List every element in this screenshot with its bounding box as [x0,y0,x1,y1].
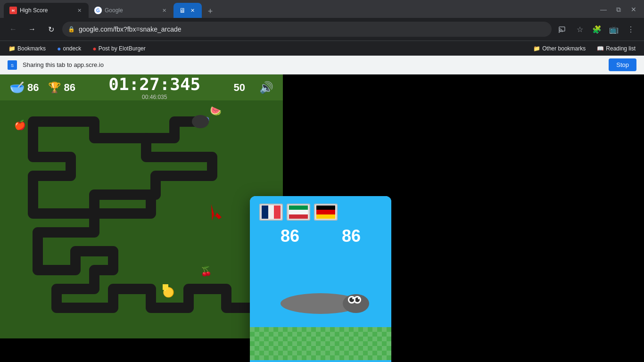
back-button[interactable]: ← [6,22,21,37]
svg-rect-17 [289,214,308,219]
bookmarks-folder[interactable]: 📁 Bookmarks [6,44,49,53]
level-value: 50 [234,82,245,93]
snake-game[interactable]: 🥣 86 🏆 86 01:27:345 00:46:035 50 [0,74,283,338]
score-value: 86 [27,82,39,94]
reading-list-label: Reading list [606,45,636,52]
sharing-bar: S Sharing this tab to app.scre.io Stop [0,56,644,74]
overlay-inner: 86 86 [250,196,391,362]
forward-button[interactable]: → [25,22,40,37]
address-text: google.com/fbx?fbx=snake_arcade [79,25,546,33]
snake-svg [0,100,283,338]
flag-1 [259,204,283,221]
svg-rect-15 [289,206,308,210]
tab-google[interactable]: G Google ✕ [89,3,173,18]
tab-highscore[interactable]: H High Score ✕ [4,3,89,18]
bookmarks-folder-label: Bookmarks [17,45,46,52]
svg-rect-16 [289,210,308,214]
address-input[interactable]: 🔒 google.com/fbx?fbx=snake_arcade [62,22,552,37]
game-overlay: 86 86 [250,196,391,362]
cast-tab-icon[interactable]: 📺 [606,22,621,37]
snake-preview-svg [269,278,372,329]
bookmarks-folder-icon: 📁 [8,45,16,52]
window-controls: — ⧉ ✕ [597,3,640,16]
svg-rect-21 [316,214,335,219]
tab-google-close[interactable]: ✕ [160,7,168,14]
svg-text:S: S [11,63,14,68]
ondeck-bookmark[interactable]: ● ondeck [54,44,84,53]
snake-preview [250,250,391,360]
screen-share-icon: 🖥 [179,7,186,14]
tab-screen-close[interactable]: ✕ [189,7,196,14]
maze-area: 🍎 🍒 🟡 🍉 🫐 [0,100,283,338]
tab-google-favicon: G [94,7,102,14]
minimize-button[interactable]: — [597,3,610,16]
extensions-icon[interactable]: 🧩 [589,22,604,37]
reload-button[interactable]: ↻ [43,22,58,37]
lock-icon: 🔒 [68,26,75,33]
current-score: 🥣 86 [9,80,39,95]
level-container: 50 [234,82,245,94]
address-actions: ☆ 🧩 📺 ⋮ [555,22,638,37]
svg-rect-20 [316,210,335,214]
reading-list[interactable]: 📖 Reading list [594,44,638,53]
svg-point-29 [352,297,354,299]
address-bar: ← → ↻ 🔒 google.com/fbx?fbx=snake_arcade … [0,18,644,41]
ondeck-icon: ● [57,45,61,52]
overlay-score-left: 86 [281,226,299,246]
star-icon[interactable]: ☆ [572,22,587,37]
other-bookmarks[interactable]: 📁 Other bookmarks [530,44,588,53]
main-timer: 01:27:345 [108,74,200,94]
highscore-value: 86 [64,82,75,94]
sub-timer: 00:46:035 [142,94,167,100]
stop-button[interactable]: Stop [609,58,636,71]
other-bookmarks-icon: 📁 [533,45,540,52]
other-bookmarks-label: Other bookmarks [542,45,586,52]
reading-list-icon: 📖 [597,45,604,52]
restore-button[interactable]: ⧉ [612,3,625,16]
score-bowl-icon: 🥣 [9,80,25,95]
bookmarks-right: 📁 Other bookmarks 📖 Reading list [530,44,638,53]
tab-highscore-close[interactable]: ✕ [75,7,83,14]
game-container: 🥣 86 🏆 86 01:27:345 00:46:035 50 [0,74,644,362]
sharing-icon: S [8,60,17,70]
tab-screen-share[interactable]: 🖥 ✕ [173,3,202,18]
ground [250,327,391,360]
browser-frame: H High Score ✕ G Google ✕ 🖥 ✕ + — ⧉ ✕ ← … [0,0,644,362]
tab-google-label: Google [105,7,123,14]
bookmarks-bar: 📁 Bookmarks ● ondeck ● Post by ElotBurge… [0,41,644,56]
timer-container: 01:27:345 00:46:035 [85,74,224,100]
elotburger-label: Post by ElotBurger [99,45,146,52]
new-tab-button[interactable]: + [204,5,217,18]
svg-text:G: G [96,8,100,13]
svg-point-28 [358,297,360,299]
high-score: 🏆 86 [48,82,75,94]
svg-point-8 [192,115,209,128]
overlay-buttons: ▶ Play ⚙ [250,360,391,362]
cast-icon[interactable] [555,22,570,37]
tab-bar: H High Score ✕ G Google ✕ 🖥 ✕ + — ⧉ ✕ [0,0,644,18]
tab-highscore-favicon: H [9,7,17,14]
sharing-message: Sharing this tab to app.scre.io [23,61,603,68]
menu-icon[interactable]: ⋮ [623,22,638,37]
trophy-icon: 🏆 [48,82,61,94]
elotburger-bookmark[interactable]: ● Post by ElotBurger [90,44,149,53]
game-header: 🥣 86 🏆 86 01:27:345 00:46:035 50 [0,74,283,100]
flag-2 [287,204,310,221]
elotburger-icon: ● [92,45,96,52]
overlay-score-right: 86 [342,226,361,246]
svg-rect-13 [274,206,281,219]
close-button[interactable]: ✕ [627,3,640,16]
svg-rect-33 [250,327,391,360]
tab-highscore-label: High Score [20,7,48,14]
svg-text:H: H [12,8,15,13]
flag-row [259,204,382,221]
svg-rect-19 [316,206,335,210]
ground-svg [250,327,391,360]
overlay-scores-area: 86 86 [250,196,391,250]
svg-point-5 [559,32,560,33]
sound-button[interactable]: 🔊 [259,81,273,94]
ondeck-label: ondeck [63,45,82,52]
svg-rect-11 [262,206,268,219]
svg-rect-12 [268,206,274,219]
flag-3 [314,204,338,221]
